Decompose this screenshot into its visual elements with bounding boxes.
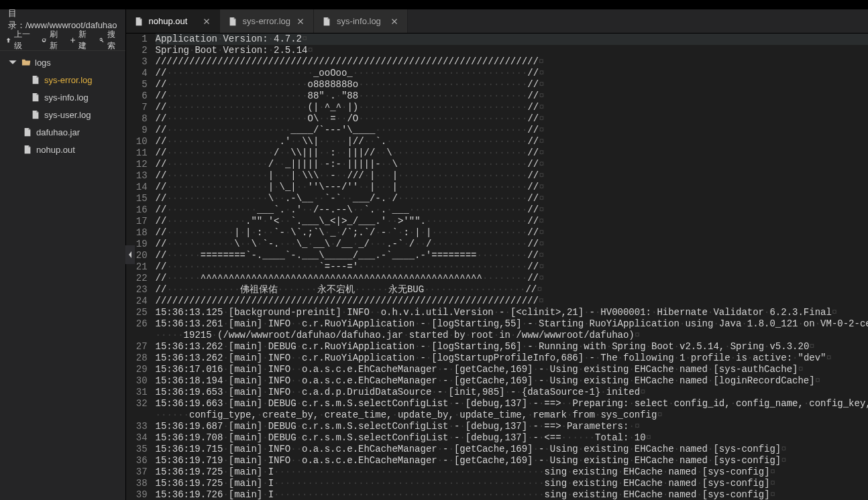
chevron-down-icon: [8, 58, 17, 67]
breadcrumb: 目录：/www/wwwroot/dafuhao: [0, 9, 125, 29]
tab-nohup-out[interactable]: nohup.out: [126, 9, 220, 33]
file-dafuhao-jar[interactable]: dafuhao.jar: [0, 123, 125, 141]
file-icon: [31, 75, 40, 84]
file-icon: [134, 17, 144, 26]
file-icon: [31, 92, 40, 102]
chevron-left-icon: [127, 251, 133, 259]
code-editor[interactable]: 1234567891011121314151617181920212223242…: [126, 34, 868, 500]
search-button[interactable]: 搜索: [99, 29, 119, 52]
file-icon: [23, 145, 32, 154]
file-label: sys-info.log: [44, 92, 89, 103]
file-icon: [228, 17, 237, 26]
close-icon[interactable]: [296, 17, 305, 26]
tab-sys-info-log[interactable]: sys-info.log: [314, 9, 408, 33]
tab-label: sys-info.log: [337, 16, 381, 26]
up-button[interactable]: 上一级: [5, 29, 33, 52]
arrow-up-icon: [5, 36, 11, 44]
file-label: dafuhao.jar: [36, 127, 80, 137]
file-sys-error-log[interactable]: sys-error.log: [0, 71, 125, 88]
close-icon[interactable]: [202, 17, 211, 26]
sidebar-toolbar: 上一级 刷新 新建 搜索: [0, 29, 125, 51]
plus-icon: [70, 36, 76, 44]
file-sys-info-log[interactable]: sys-info.log: [0, 88, 125, 106]
folder-open-icon: [21, 58, 31, 67]
search-icon: [99, 36, 105, 44]
collapse-sidebar-handle[interactable]: [125, 245, 135, 264]
file-explorer-sidebar: 目录：/www/wwwroot/dafuhao 上一级 刷新 新建 搜索: [0, 9, 126, 500]
editor-area: nohup.outsys-error.logsys-info.log 12345…: [126, 9, 868, 500]
line-number-gutter: 1234567891011121314151617181920212223242…: [126, 34, 156, 500]
folder-logs[interactable]: logs: [0, 54, 125, 71]
window-chrome-top: [0, 0, 868, 9]
file-nohup-out[interactable]: nohup.out: [0, 141, 125, 158]
file-label: sys-error.log: [44, 75, 93, 85]
file-label: sys-user.log: [44, 110, 91, 120]
file-label: nohup.out: [36, 145, 75, 155]
editor-tabs: nohup.outsys-error.logsys-info.log: [126, 9, 868, 34]
file-sys-user-log[interactable]: sys-user.log: [0, 106, 125, 123]
close-icon[interactable]: [390, 17, 399, 26]
file-tree: logs sys-error.log sys-info.log sys-user…: [0, 51, 125, 500]
file-icon: [322, 17, 331, 26]
tab-label: nohup.out: [149, 16, 188, 26]
refresh-button[interactable]: 刷新: [41, 29, 62, 52]
tab-label: sys-error.log: [243, 16, 291, 26]
refresh-icon: [41, 36, 47, 44]
new-button[interactable]: 新建: [70, 29, 91, 52]
file-icon: [23, 127, 32, 137]
code-content[interactable]: Application·Version:·4.7.2¤Spring·Boot·V…: [156, 34, 868, 500]
file-icon: [31, 110, 40, 119]
folder-label: logs: [35, 58, 51, 68]
tab-sys-error-log[interactable]: sys-error.log: [220, 9, 315, 33]
